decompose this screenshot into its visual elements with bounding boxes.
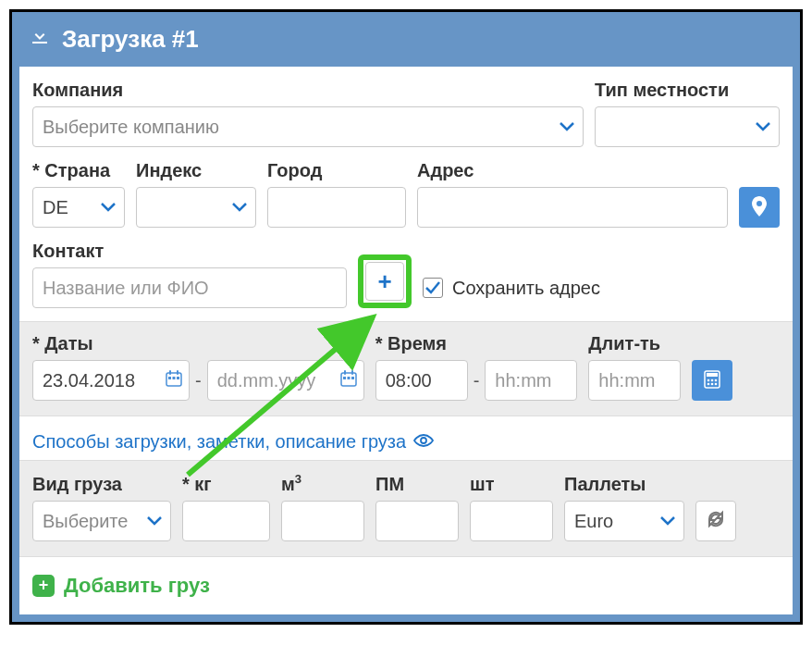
m3-label: м3 <box>281 472 364 495</box>
date-from-input[interactable] <box>32 360 190 401</box>
contact-label: Контакт <box>32 241 347 262</box>
svg-point-14 <box>707 378 710 381</box>
city-label: Город <box>267 160 406 181</box>
cargo-details-toggle[interactable]: Способы загрузки, заметки, описание груз… <box>32 416 780 460</box>
svg-point-17 <box>707 382 710 385</box>
plus-icon: + <box>32 575 55 597</box>
download-icon <box>29 25 51 54</box>
svg-rect-13 <box>707 373 718 377</box>
qty-label: шт <box>470 474 553 495</box>
add-cargo-button[interactable]: + Добавить груз <box>32 557 780 598</box>
eye-icon <box>413 431 434 453</box>
map-pin-button[interactable] <box>739 187 780 228</box>
kg-input[interactable] <box>182 501 270 541</box>
m3-input[interactable] <box>281 501 364 541</box>
time-from-input[interactable] <box>375 360 468 401</box>
checkbox-icon <box>423 278 443 298</box>
address-label: Адрес <box>417 160 728 181</box>
svg-point-15 <box>711 378 714 381</box>
dates-label: Даты <box>32 333 364 354</box>
date-separator: - <box>195 370 202 391</box>
panel-body: Компания Выберите компанию Тип местности <box>19 67 793 614</box>
zip-select[interactable] <box>136 187 256 228</box>
svg-point-18 <box>711 382 714 385</box>
pallets-select[interactable]: Euro <box>564 501 684 541</box>
time-separator: - <box>474 370 480 391</box>
zip-label: Индекс <box>136 160 256 181</box>
time-label: Время <box>375 333 578 354</box>
refresh-button[interactable] <box>695 501 736 541</box>
panel-title: Загрузка #1 <box>62 25 199 54</box>
refresh-icon <box>707 510 725 531</box>
country-label: Страна <box>32 160 125 181</box>
svg-point-20 <box>421 438 426 443</box>
pm-input[interactable] <box>375 501 459 541</box>
country-select[interactable]: DE <box>32 187 125 228</box>
loading-panel: Загрузка #1 Компания Выберите компанию Т… <box>9 9 803 625</box>
city-input[interactable] <box>267 187 406 228</box>
cargo-type-select[interactable]: Выберите <box>32 501 171 541</box>
svg-point-16 <box>715 378 718 381</box>
panel-header: Загрузка #1 <box>12 12 800 67</box>
date-to-input[interactable] <box>207 360 364 401</box>
pm-label: ПМ <box>375 474 459 495</box>
calculate-button[interactable] <box>692 360 732 401</box>
cargo-type-label: Вид груза <box>32 474 171 495</box>
datetime-section: Даты - <box>19 321 793 416</box>
time-to-input[interactable] <box>485 360 577 401</box>
duration-input[interactable] <box>588 360 681 401</box>
add-contact-highlight: + <box>358 254 412 308</box>
map-pin-icon <box>751 196 768 219</box>
cargo-section: Вид груза Выберите кг м3 <box>19 460 793 557</box>
svg-point-19 <box>715 382 718 385</box>
duration-label: Длит-ть <box>588 333 681 354</box>
company-select[interactable]: Выберите компанию <box>32 106 584 147</box>
save-address-checkbox[interactable]: Сохранить адрес <box>423 267 600 308</box>
save-address-label: Сохранить адрес <box>452 278 600 299</box>
address-input[interactable] <box>417 187 728 228</box>
kg-label: кг <box>182 474 270 495</box>
qty-input[interactable] <box>470 501 553 541</box>
add-contact-button[interactable]: + <box>365 262 404 301</box>
pallets-label: Паллеты <box>564 474 684 495</box>
location-type-select[interactable] <box>595 106 780 147</box>
location-type-label: Тип местности <box>595 80 780 101</box>
calculator-icon <box>704 370 720 391</box>
contact-input[interactable] <box>32 267 347 308</box>
company-label: Компания <box>32 80 584 101</box>
